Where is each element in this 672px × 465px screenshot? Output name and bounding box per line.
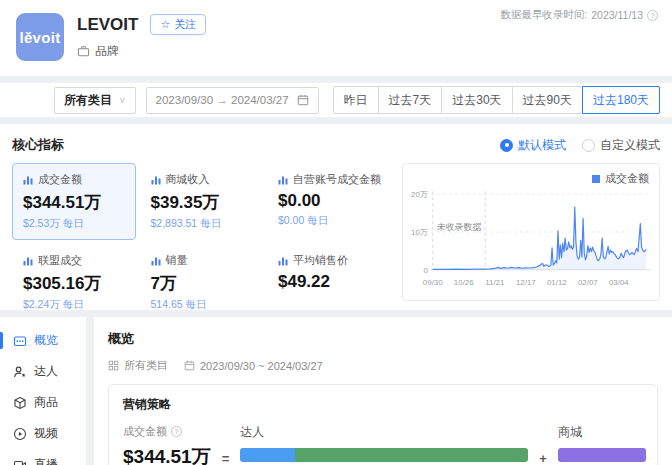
metric-daily-value: $2.53万 每日 [23, 217, 125, 231]
sidebar-item-overview[interactable]: 概览 [0, 325, 86, 356]
bar-chart-icon [278, 256, 288, 266]
daren-bar [240, 448, 528, 462]
grid-icon [108, 360, 119, 371]
help-icon[interactable]: ? [171, 426, 182, 437]
overview-icon [13, 334, 27, 348]
metric-card-grid: 成交金额$344.51万$2.53万 每日商城收入$39.35万$2,893.5… [12, 163, 392, 301]
daren-segment: 达人 自营账号 ? $ [240, 424, 528, 465]
metric-value: 7万 [151, 272, 253, 295]
mall-bar [558, 448, 646, 462]
overview-title: 概览 [108, 330, 658, 348]
radio-icon [500, 139, 513, 152]
core-metrics-section: 核心指标 默认模式 自定义模式 成交金额$344.51万$2.53万 每日商城收… [0, 124, 672, 310]
metric-daily-value: $2.24万 每日 [23, 298, 125, 312]
core-metrics-title: 核心指标 [12, 136, 64, 154]
bar-chart-icon [23, 175, 33, 185]
plus-sign: + [539, 451, 547, 465]
sidebar-item-label: 视频 [34, 425, 58, 442]
metric-value: $344.51万 [23, 191, 125, 214]
video-icon [13, 427, 27, 441]
metric-card[interactable]: 销量7万514.65 每日 [140, 244, 264, 321]
revenue-trend-panel: 成交金额 20万10万009/3010/2611/2112/1701/1202/… [402, 163, 660, 301]
mall-segment: 商城 商城 ? $39.35万 (11.42%) [558, 424, 646, 465]
brand-header: lěvoit LEVOIT ☆ 关注 品牌 数据最早收录时间: 2023/11/… [0, 0, 672, 76]
svg-text:11/21: 11/21 [485, 278, 505, 287]
metric-label: 平均销售价 [293, 253, 348, 268]
metric-daily-value: 514.65 每日 [151, 298, 253, 312]
sidebar: 概览达人商品视频直播 [0, 317, 86, 465]
bar-chart-icon [278, 175, 288, 185]
alliance-bar-segment [295, 448, 528, 462]
filter-bar: 所有类目 ∨ 2023/09/30 → 2024/03/27 昨日过去7天过去3… [0, 83, 672, 117]
mode-switch: 默认模式 自定义模式 [500, 137, 660, 154]
overview-panel: 概览 所有类目 2023/09/30 ~ 2024/03/27 营销策略 [94, 317, 672, 465]
svg-text:0: 0 [423, 266, 428, 275]
quick-range-button[interactable]: 过去90天 [512, 86, 583, 114]
page-title: LEVOIT [77, 15, 138, 35]
strategy-total: 成交金额 ? $344.51万 [123, 424, 211, 465]
category-select[interactable]: 所有类目 ∨ [54, 87, 136, 114]
sidebar-item-video[interactable]: 视频 [0, 418, 86, 449]
custom-mode-radio[interactable]: 自定义模式 [582, 137, 660, 154]
live-icon [13, 458, 27, 465]
metric-value: $39.35万 [151, 191, 253, 214]
influencer-icon [13, 365, 27, 379]
sidebar-item-label: 达人 [34, 363, 58, 380]
metric-card[interactable]: 商城收入$39.35万$2,893.51 每日 [140, 163, 264, 240]
overview-date-range: 2023/09/30 ~ 2024/03/27 [184, 360, 323, 372]
chevron-down-icon: ∨ [119, 95, 126, 105]
follow-label: 关注 [174, 17, 196, 32]
equals-sign: = [222, 451, 230, 465]
svg-text:10万: 10万 [411, 228, 428, 237]
bar-chart-icon [151, 256, 161, 266]
sidebar-item-label: 商品 [34, 394, 58, 411]
svg-text:03/04: 03/04 [609, 278, 629, 287]
metric-label: 自营账号成交金额 [293, 172, 381, 187]
marketing-strategy-card: 营销策略 成交金额 ? $344.51万 = 达人 [108, 384, 658, 465]
svg-text:09/30: 09/30 [423, 278, 443, 287]
sidebar-item-label: 概览 [34, 332, 58, 349]
brand-analytics-page: lěvoit LEVOIT ☆ 关注 品牌 数据最早收录时间: 2023/11/… [0, 0, 672, 465]
metric-card[interactable]: 联盟成交$305.16万$2.24万 每日 [12, 244, 136, 321]
svg-text:12/17: 12/17 [516, 278, 536, 287]
help-icon[interactable]: ? [647, 10, 658, 21]
metric-card[interactable]: 成交金额$344.51万$2.53万 每日 [12, 163, 136, 240]
calendar-icon [297, 94, 309, 106]
chart-legend-item[interactable]: 成交金额 [592, 171, 649, 186]
metric-label: 成交金额 [38, 172, 82, 187]
metric-label: 销量 [166, 253, 188, 268]
quick-range-button[interactable]: 过去7天 [378, 86, 443, 114]
metric-card[interactable]: 平均销售价$49.22 [267, 244, 392, 321]
metric-card[interactable]: 自营账号成交金额$0.00$0.00 每日 [267, 163, 392, 240]
overview-category: 所有类目 [108, 358, 168, 373]
metric-value: $305.16万 [23, 272, 125, 295]
svg-text:10/26: 10/26 [454, 278, 474, 287]
metric-daily-value [278, 295, 381, 308]
quick-range-button[interactable]: 过去180天 [582, 86, 660, 114]
strategy-title: 营销策略 [123, 396, 643, 413]
bottom-region: 概览达人商品视频直播 概览 所有类目 2023/09/30 ~ 2024/03/… [0, 317, 672, 465]
brand-type-label: 品牌 [95, 43, 119, 60]
data-collect-time: 数据最早收录时间: 2023/11/13 ? [500, 8, 658, 22]
bar-chart-icon [23, 256, 33, 266]
star-icon: ☆ [160, 18, 170, 31]
svg-text:20万: 20万 [411, 190, 428, 199]
svg-text:02/07: 02/07 [578, 278, 598, 287]
legend-square-icon [592, 175, 600, 183]
product-icon [13, 396, 27, 410]
metric-daily-value: $0.00 每日 [278, 214, 381, 228]
date-range-input[interactable]: 2023/09/30 → 2024/03/27 [146, 87, 319, 114]
follow-button[interactable]: ☆ 关注 [150, 14, 206, 35]
sidebar-item-influencer[interactable]: 达人 [0, 356, 86, 387]
quick-range-button[interactable]: 昨日 [333, 86, 379, 114]
metric-value: $0.00 [278, 191, 381, 211]
metric-daily-value: $2,893.51 每日 [151, 217, 253, 231]
strategy-total-value: $344.51万 [123, 444, 211, 465]
default-mode-radio[interactable]: 默认模式 [500, 137, 566, 154]
briefcase-icon [77, 45, 90, 58]
self-account-bar-segment [240, 448, 295, 462]
metric-label: 联盟成交 [38, 253, 82, 268]
sidebar-item-product[interactable]: 商品 [0, 387, 86, 418]
sidebar-item-live[interactable]: 直播 [0, 449, 86, 465]
quick-range-button[interactable]: 过去30天 [441, 86, 512, 114]
